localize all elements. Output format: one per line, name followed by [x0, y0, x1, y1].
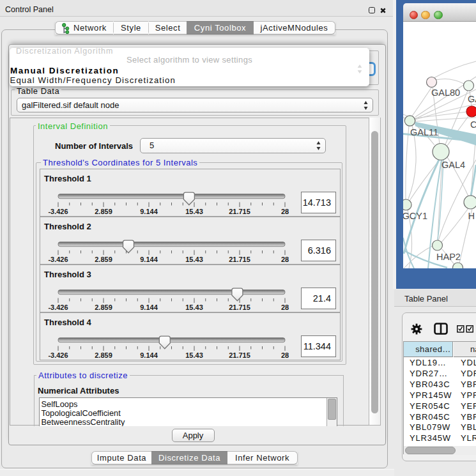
svg-text:H: H: [468, 211, 475, 221]
svg-text:C: C: [470, 119, 476, 130]
svg-text:GAL11: GAL11: [410, 127, 438, 137]
svg-text:GA: GA: [468, 94, 476, 104]
svg-text:GAL4: GAL4: [441, 160, 465, 170]
svg-text:GCY1: GCY1: [403, 211, 427, 221]
svg-text:HAP2: HAP2: [436, 252, 461, 262]
svg-text:GAL80: GAL80: [431, 88, 460, 98]
